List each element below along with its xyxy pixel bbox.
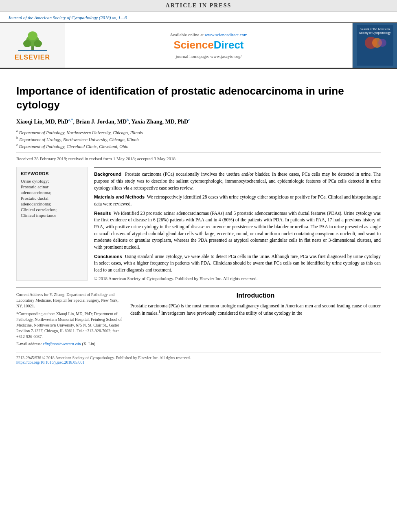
bottom-doi: https://doi.org/10.1016/j.jasc.2018.05.0… [16,360,381,364]
journal-cover-inner: Journal of the American Society of Cytop… [357,25,393,66]
sd-direct: Direct [214,39,244,51]
keyword-6: Clinical correlation; [21,207,83,212]
keyword-5: adenocarcinoma; [21,201,83,206]
affiliation-c: c Department of Pathology, Cleveland Cli… [16,143,381,149]
conclusions-text: Using standard urine cytology, we were a… [94,254,381,272]
page-footer: Current Address for Y. Zhang: Department… [16,287,381,347]
article-in-press-banner: ARTICLE IN PRESS [0,0,397,12]
abstract-col: Background Prostate carcinoma (PCa) occa… [94,167,381,280]
received-line: Received 28 February 2018; received in r… [16,152,381,161]
author-c-sup: c [188,118,190,122]
bottom-issn: 2213-2945/$36 © 2018 American Society of… [16,355,381,360]
keywords-title: KEYWORDS [21,171,83,176]
journal-title: Journal of the American Society of Cytop… [8,15,127,20]
email-line: E-mail address: xlin@northwestern.edu (X… [16,341,122,347]
results-heading: Results [94,211,111,216]
svg-point-2 [23,40,31,47]
background-text: Prostate carcinoma (PCa) occasionally in… [94,172,381,190]
results-text: We identified 23 prostatic acinar adenoc… [94,211,381,249]
keyword-3: adenocarcinoma; [21,190,83,195]
keyword-1: Urine cytology; [21,179,83,183]
email-label: E-mail address: [16,342,42,346]
affiliation-a: a Department of Pathology, Northwestern … [16,129,381,135]
abstract-conclusions: Conclusions Using standard urine cytolog… [94,253,381,274]
affiliation-b: b Department of Urology, Northwestern Un… [16,136,381,142]
journal-header: Journal of the American Society of Cytop… [0,12,397,23]
footer-right: Introduction Prostatic carcinoma (PCa) i… [130,292,381,347]
sd-science: Science [174,39,214,51]
abstract-methods: Materials and Methods We retrospectively… [94,194,381,207]
journal-homepage: journal homepage: www.jascyto.org/ [175,54,241,59]
elsevier-logo-box: ELSEVIER [0,23,65,68]
authors-line: Xiaoqi Lin, MD, PhDa,*, Brian J. Jordan,… [16,118,381,125]
main-content: Importance of identification of prostati… [0,69,397,373]
svg-point-4 [28,31,37,40]
keyword-2: Prostatic acinar [21,184,83,189]
article-title: Importance of identification of prostati… [16,84,381,112]
conclusions-heading: Conclusions [94,254,122,259]
email-link[interactable]: xlin@northwestern.edu [43,342,81,346]
abstract-copyright: © 2018 American Society of Cytopathology… [94,276,381,281]
cover-decoration [363,35,387,51]
available-online: Available online at www.sciencedirect.co… [170,32,248,37]
intro-heading: Introduction [130,292,381,299]
keyword-4: Prostatic ductal [21,196,83,201]
sciencedirect-logo: ScienceDirect [174,39,244,51]
author-jordan: , Brian J. Jordan, MD [73,118,127,124]
affiliations: a Department of Pathology, Northwestern … [16,129,381,148]
elsevier-brand-text: ELSEVIER [15,54,50,61]
branding-area: ELSEVIER Available online at www.science… [0,23,397,69]
doi-link[interactable]: https://doi.org/10.1016/j.jasc.2018.05.0… [16,360,85,364]
two-col-section: KEYWORDS Urine cytology; Prostatic acina… [16,167,381,280]
svg-rect-5 [18,50,47,51]
corresponding-author: *Corresponding author: Xiaoqi Lin, MD, P… [16,311,122,340]
svg-point-3 [34,40,42,47]
keyword-7: Clinical importance [21,213,83,218]
elsevier-tree-icon [18,29,47,52]
email-person: (X. Lin). [82,342,96,346]
journal-cover-title-text: Journal of the American Society of Cytop… [359,27,391,35]
intro-text: Prostatic carcinoma (PCa) is the most co… [130,302,381,317]
svg-point-8 [378,39,386,47]
current-address: Current Address for Y. Zhang: Department… [16,292,122,309]
methods-heading: Materials and Methods [94,194,145,199]
keywords-box: KEYWORDS Urine cytology; Prostatic acina… [16,167,88,280]
background-heading: Background [94,172,121,177]
footer-left: Current Address for Y. Zhang: Department… [16,292,122,347]
author-xiaoqi: Xiaoqi Lin, MD, PhD [16,118,68,124]
author-zhang: , Yaxia Zhang, MD, PhD [129,118,188,124]
bottom-copyright: 2213-2945/$36 © 2018 American Society of… [16,353,381,364]
author-a-sup: a,* [68,118,73,122]
abstract-background: Background Prostate carcinoma (PCa) occa… [94,171,381,191]
sciencedirect-center: Available online at www.sciencedirect.co… [65,23,352,68]
journal-cover-box: Journal of the American Society of Cytop… [352,23,397,68]
sciencedirect-url[interactable]: www.sciencedirect.com [205,32,248,37]
abstract-results: Results We identified 23 prostatic acina… [94,210,381,251]
